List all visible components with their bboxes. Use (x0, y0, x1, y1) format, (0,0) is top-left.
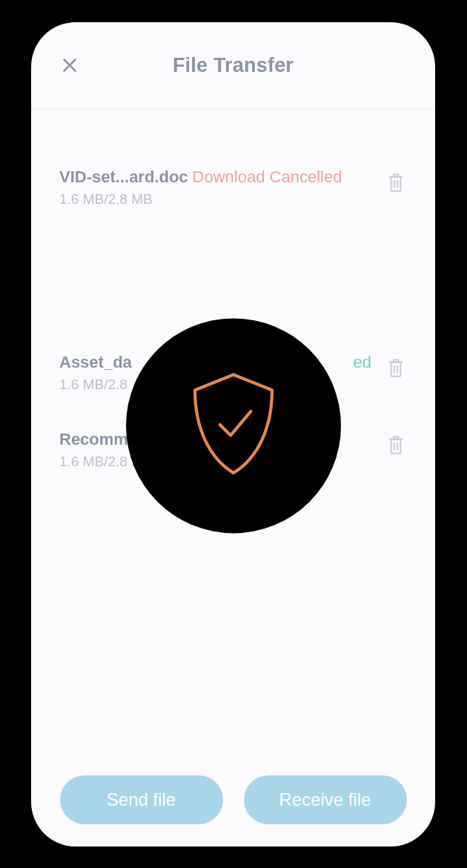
receive-file-button[interactable]: Receive file (244, 775, 407, 824)
page-title: File Transfer (173, 54, 294, 77)
trash-icon (386, 171, 405, 193)
file-status: ed (354, 353, 371, 372)
file-row: VID-set...ard.doc Download Cancelled 1.6… (49, 154, 417, 213)
file-name: VID-set...ard.doc (59, 168, 188, 187)
status-overlay (126, 318, 341, 533)
close-icon (60, 56, 79, 75)
footer: Send file Receive file (31, 775, 435, 824)
send-file-button[interactable]: Send file (60, 775, 223, 824)
header: File Transfer (31, 22, 435, 110)
file-name: Asset_da (59, 353, 132, 372)
delete-button[interactable] (385, 356, 407, 381)
file-status: Download Cancelled (193, 168, 342, 187)
close-button[interactable] (56, 52, 83, 79)
trash-icon (386, 434, 405, 456)
shield-check-icon (185, 368, 282, 483)
trash-icon (386, 357, 405, 379)
delete-button[interactable] (385, 170, 407, 196)
file-size: 1.6 MB/2.8 MB (59, 191, 374, 208)
file-name: Recomm (59, 430, 128, 449)
delete-button[interactable] (385, 433, 407, 458)
phone-frame: File Transfer VID-set...ard.doc Download… (31, 22, 435, 847)
